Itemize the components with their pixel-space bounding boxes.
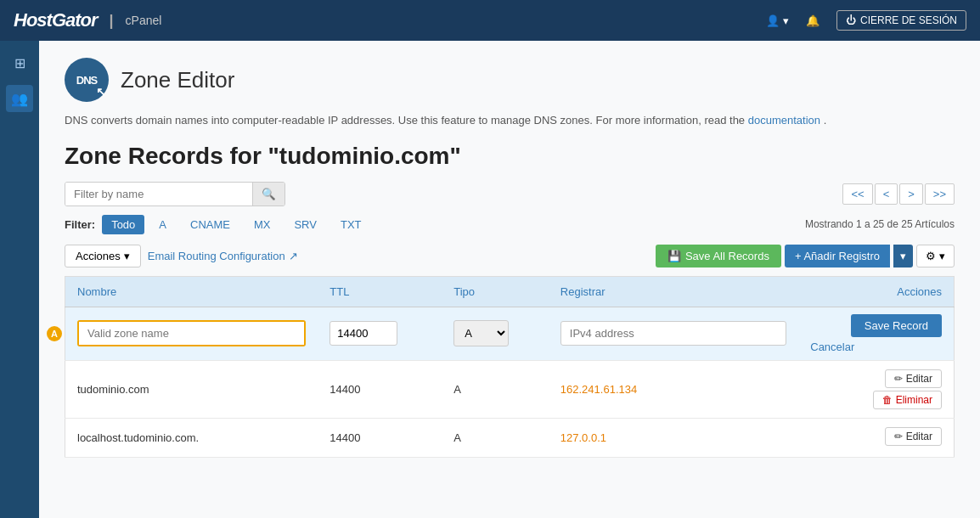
ip-link[interactable]: 127.0.0.1 [560,431,606,444]
cpanel-label: cPanel [126,14,162,27]
filter-row: Filter: Todo A CNAME MX SRV TXT Mostrand… [65,215,955,234]
user-dropdown-icon: ▾ [783,14,789,27]
filter-bar: 🔍 << < > >> [65,182,955,206]
user-person-icon: 👤 [766,14,780,27]
main-content: DNS ↖ Zone Editor DNS converts domain na… [39,41,980,518]
search-box: 🔍 [65,182,285,206]
records-table: Nombre TTL Tipo Registrar Acciones A [65,276,955,458]
email-routing-link[interactable]: Email Routing Configuration ↗ [148,250,298,262]
cursor-icon: ↖ [96,85,105,99]
logout-label: CIERRE DE SESIÓN [860,14,957,26]
pagination: << < > >> [842,183,955,205]
documentation-link[interactable]: documentation [748,114,820,127]
acciones-dropdown-icon: ▾ [124,250,130,262]
table-row: tudominio.com 14400 A 162.241.61.134 ✏ E… [65,360,955,418]
search-input[interactable] [65,183,252,206]
zone-title: Zone Records for "tudominio.com" [65,143,955,170]
bell-icon[interactable]: 🔔 [806,14,819,27]
sidebar-icon-users[interactable]: 👥 [6,85,33,112]
filter-tabs: Todo A CNAME MX SRV TXT [102,215,370,234]
domain-name: tudominio.com [77,383,149,396]
row-actions: ✏ Editar 🗑 Eliminar [798,360,954,418]
email-routing-external-icon: ↗ [289,250,298,262]
gear-icon: ⚙ [926,250,936,262]
actions-cell: ✏ Editar [810,427,942,448]
filter-tab-cname[interactable]: CNAME [181,215,239,234]
showing-text: Mostrando 1 a 25 de 25 Artículos [805,218,955,230]
name-input-wrap [77,320,306,346]
save-all-icon: 💾 [667,250,681,262]
col-header-registrar: Registrar [549,276,798,307]
add-row-ttl-cell [318,307,442,360]
add-row-record-cell [549,307,798,360]
sidebar-icon-grid[interactable]: ⊞ [6,49,33,76]
pagination-last[interactable]: >> [925,183,955,205]
pagination-first[interactable]: << [842,183,872,205]
page-title: Zone Editor [121,67,234,93]
table-header: Nombre TTL Tipo Registrar Acciones [65,276,955,307]
row-label-badge: A [47,326,62,341]
brand-logo: HostGator [14,9,98,31]
domain-name: localhost.tudominio.com. [77,431,199,444]
user-menu[interactable]: 👤 ▾ [766,14,789,27]
acciones-button[interactable]: Acciones ▾ [65,245,141,267]
save-all-label: Save All Records [685,250,769,262]
edit-button[interactable]: ✏ Editar [885,369,942,388]
filter-tab-todo[interactable]: Todo [102,215,144,234]
row-type: A [442,418,549,457]
top-nav-right: 👤 ▾ 🔔 ⏻ CIERRE DE SESIÓN [766,10,966,31]
toolbar: Acciones ▾ Email Routing Configuration ↗… [65,245,955,267]
row-record: 162.241.61.134 [549,360,798,418]
page-description: DNS converts domain names into computer-… [65,112,955,129]
sidebar: ⊞ 👥 [0,41,39,518]
logout-icon: ⏻ [846,14,856,26]
row-name: localhost.tudominio.com. [65,418,318,457]
filter-tab-a[interactable]: A [149,215,176,234]
filter-tabs-area: Filter: Todo A CNAME MX SRV TXT [65,215,371,234]
add-record-label: + Añadir Registro [795,250,880,262]
add-record-dropdown[interactable]: ▾ [893,245,913,267]
gear-button[interactable]: ⚙ ▾ [916,245,955,267]
edit-button[interactable]: ✏ Editar [885,427,942,446]
delete-button[interactable]: 🗑 Eliminar [873,391,942,409]
search-button[interactable]: 🔍 [252,183,284,206]
add-row-actions-cell: Save Record Cancelar [798,307,954,360]
add-record-row: A A AAAA CNAME MX T [65,307,955,360]
actions-cell: ✏ Editar 🗑 Eliminar [810,369,942,409]
filter-tab-srv[interactable]: SRV [284,215,326,234]
gear-dropdown-icon: ▾ [939,250,945,262]
row-type: A [442,360,549,418]
toolbar-right: 💾 Save All Records + Añadir Registro ▾ ⚙… [656,245,955,267]
type-select[interactable]: A AAAA CNAME MX TXT SRV [453,320,509,346]
top-navigation: HostGator | cPanel 👤 ▾ 🔔 ⏻ CIERRE DE SES… [0,0,980,41]
save-all-records-button[interactable]: 💾 Save All Records [656,245,781,267]
row-record: 127.0.0.1 [549,418,798,457]
col-header-ttl: TTL [318,276,442,307]
name-input[interactable] [79,322,304,345]
add-record-button[interactable]: + Añadir Registro [785,245,890,267]
brand: HostGator | cPanel [14,9,161,31]
filter-tab-mx[interactable]: MX [245,215,280,234]
main-layout: ⊞ 👥 DNS ↖ Zone Editor DNS converts domai… [0,41,980,518]
row-ttl: 14400 [318,418,442,457]
col-header-tipo: Tipo [442,276,549,307]
row-ttl: 14400 [318,360,442,418]
ttl-input[interactable] [329,321,397,346]
row-name: tudominio.com [65,360,318,418]
filter-tab-txt[interactable]: TXT [331,215,371,234]
logout-button[interactable]: ⏻ CIERRE DE SESIÓN [836,10,966,31]
pagination-next[interactable]: > [899,183,923,205]
email-routing-label: Email Routing Configuration [148,250,285,262]
pagination-prev[interactable]: < [875,183,898,205]
add-row-type-cell: A AAAA CNAME MX TXT SRV [442,307,549,360]
cancel-button[interactable]: Cancelar [810,341,854,353]
table-row: localhost.tudominio.com. 14400 A 127.0.0… [65,418,955,457]
table-body: A A AAAA CNAME MX T [65,307,955,457]
row-actions: ✏ Editar [798,418,954,457]
dns-icon: DNS ↖ [65,58,109,102]
record-input[interactable] [560,321,786,346]
col-header-nombre: Nombre [65,276,318,307]
dns-icon-text: DNS [76,74,97,87]
save-record-button[interactable]: Save Record [851,314,942,337]
ip-link[interactable]: 162.241.61.134 [560,383,637,396]
